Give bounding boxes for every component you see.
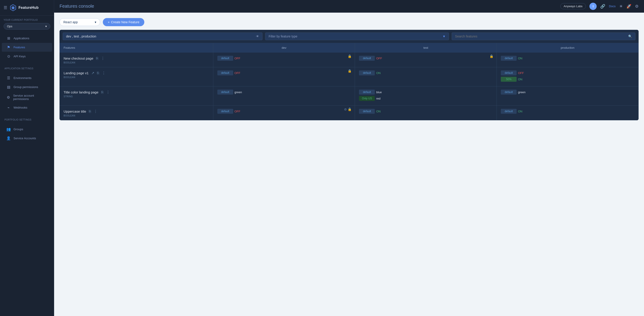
env-tag[interactable]: default	[501, 56, 516, 61]
env-value[interactable]: OFF	[376, 57, 382, 60]
env-tag[interactable]: default	[359, 56, 375, 61]
env-tag-only-us[interactable]: Only US	[359, 96, 375, 101]
dev-cell: 🔒 default OFF	[213, 53, 355, 67]
environments-icon: ☰	[6, 76, 11, 80]
test-cell: default ON	[355, 106, 497, 120]
portfolio-select[interactable]: Ops ▾	[4, 23, 50, 30]
sidebar-item-environments[interactable]: ☰ Environments	[2, 74, 52, 82]
type-filter-select[interactable]: Filter by feature type ▼	[265, 33, 449, 40]
external-link-icon[interactable]: 🔗	[600, 4, 605, 9]
create-btn-label: Create New Feature	[111, 20, 139, 24]
env-value[interactable]: ON	[376, 71, 381, 75]
sidebar-item-group-permissions[interactable]: ▤ Group permissions	[2, 83, 52, 91]
feature-name: Title color landing page	[64, 90, 98, 94]
service-account-icon: ⚙	[6, 95, 10, 100]
portfolio-settings-label: Portfolio Settings	[0, 117, 54, 122]
portfolio-section: Your current portfolio Ops ▾	[0, 16, 54, 31]
no-icon: ⊘	[344, 107, 347, 111]
env-tag[interactable]: default	[217, 90, 233, 95]
feature-actions: ⎘ ⋮	[100, 90, 111, 95]
sidebar-item-features[interactable]: ⚑ Features	[2, 43, 52, 52]
table-row: Title color landing page ⎘ ⋮ STRING defa…	[60, 87, 638, 106]
env-tag[interactable]: default	[359, 70, 375, 75]
eye-icon: 👁	[256, 35, 259, 38]
sidebar-item-api-keys[interactable]: ⊙ API Keys	[2, 52, 52, 61]
env-value[interactable]: green	[234, 91, 242, 94]
filter-bar: dev , test , production 👁 Filter by feat…	[60, 30, 638, 43]
external-link-icon[interactable]: ↗	[90, 70, 95, 76]
env-value[interactable]: ON	[518, 78, 522, 81]
env-value-row: default green	[217, 90, 351, 95]
sidebar-item-webhooks[interactable]: ⌁ Webhooks	[2, 103, 52, 112]
lock-icon: 🔒	[348, 69, 352, 73]
env-tag[interactable]: default	[501, 70, 516, 75]
env-tag[interactable]: default	[501, 109, 516, 114]
search-input[interactable]	[455, 35, 626, 38]
type-placeholder: Filter by feature type	[268, 35, 298, 38]
env-tag[interactable]: default	[359, 90, 375, 95]
feature-name: New checkout page	[64, 57, 93, 60]
env-value[interactable]: OFF	[234, 71, 240, 75]
portfolio-value: Ops	[7, 25, 12, 28]
env-value[interactable]: OFF	[234, 57, 240, 60]
test-cell: 🔒 default OFF	[355, 53, 497, 67]
col-dev: dev	[213, 43, 355, 53]
copy-icon[interactable]: ⎘	[96, 71, 100, 76]
group-permissions-icon: ▤	[6, 85, 11, 89]
copy-icon[interactable]: ⎘	[100, 90, 104, 95]
org-badge[interactable]: Anyways Labs	[560, 3, 586, 9]
env-value[interactable]: ON	[376, 110, 381, 113]
env-value[interactable]: red	[376, 97, 380, 100]
feature-type-badge: BOOLEAN	[64, 76, 209, 79]
user-avatar[interactable]: I	[590, 3, 597, 10]
env-value-row: default OFF	[217, 70, 351, 75]
sidebar-item-label: Service Accounts	[14, 137, 36, 140]
sidebar-item-label: Group permissions	[14, 85, 38, 89]
docs-label[interactable]: Docs	[609, 5, 616, 8]
feature-name-cell: New checkout page ⎘ ⋮ BOOLEAN	[60, 53, 213, 67]
sidebar-item-service-accounts[interactable]: 👤 Service Accounts	[2, 134, 52, 143]
content-area: React app ▾ + Create New Feature dev , t…	[54, 13, 644, 316]
create-feature-button[interactable]: + Create New Feature	[103, 18, 144, 26]
env-select[interactable]: dev , test , production 👁	[63, 33, 262, 40]
brightness-icon[interactable]: ☀	[619, 4, 623, 9]
env-tag[interactable]: default	[217, 109, 233, 114]
env-tag[interactable]: default	[501, 90, 516, 95]
plus-icon: +	[108, 20, 110, 24]
env-value[interactable]: ON	[518, 110, 522, 113]
more-menu-icon[interactable]: ⋮	[101, 70, 106, 76]
features-container: dev , test , production 👁 Filter by feat…	[60, 30, 638, 120]
service-accounts-icon: 👤	[6, 136, 11, 140]
lock-icon: 🔒	[348, 54, 352, 58]
app-select[interactable]: React app ▾	[60, 18, 100, 26]
feature-actions: ⎘ ⋮	[88, 109, 98, 114]
env-tag[interactable]: default	[217, 56, 233, 61]
sidebar-item-groups[interactable]: 👥 Groups	[2, 125, 52, 134]
copy-icon[interactable]: ⎘	[88, 109, 92, 114]
settings-icon[interactable]: ⚙	[635, 4, 638, 9]
more-menu-icon[interactable]: ⋮	[93, 109, 98, 114]
feature-type-badge: BOOLEAN	[64, 114, 209, 117]
logo-icon	[10, 4, 17, 11]
env-value-row: default ON	[501, 109, 634, 114]
groups-icon: 👥	[6, 127, 11, 131]
env-value[interactable]: blue	[376, 91, 382, 94]
sidebar-item-service-account-permissions[interactable]: ⚙ Service account permissions	[2, 92, 52, 103]
hamburger-icon[interactable]: ☰	[4, 5, 7, 10]
copy-icon[interactable]: ⎘	[95, 56, 99, 61]
env-value[interactable]: OFF	[518, 71, 524, 75]
env-value[interactable]: ON	[518, 57, 522, 60]
env-value[interactable]: OFF	[234, 110, 240, 113]
dev-cell: ⊘ 🔒 default OFF	[213, 106, 355, 120]
percent-tag[interactable]: 50%	[501, 77, 516, 82]
more-menu-icon[interactable]: ⋮	[105, 90, 111, 95]
env-tag[interactable]: default	[217, 70, 233, 75]
env-select-value: dev , test , production	[66, 35, 96, 38]
env-tag[interactable]: default	[359, 109, 375, 114]
rocket-icon[interactable]: 🚀	[626, 4, 631, 9]
sidebar-item-applications[interactable]: ⊞ Applications	[2, 34, 52, 43]
main-nav: ⊞ Applications ⚑ Features ⊙ API Keys	[0, 31, 54, 64]
env-value[interactable]: green	[518, 91, 526, 94]
more-menu-icon[interactable]: ⋮	[100, 56, 106, 61]
feature-name: Landing page v1	[64, 71, 88, 75]
